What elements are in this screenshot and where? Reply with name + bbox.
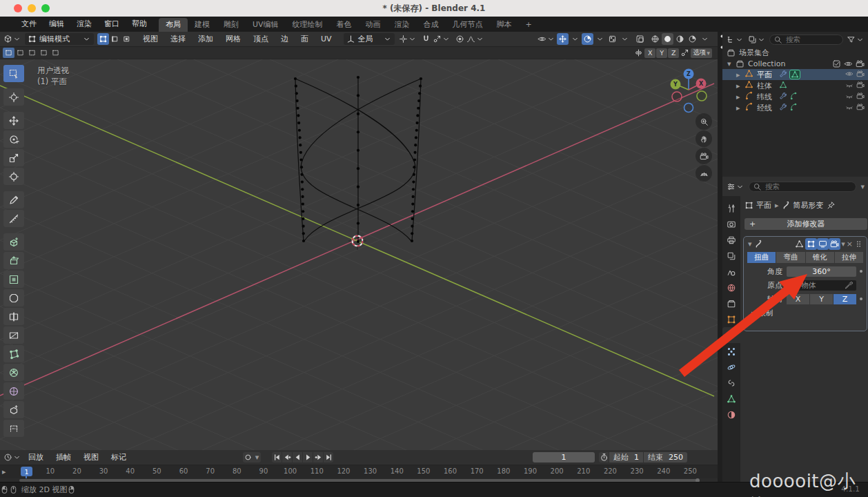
- tool-add-cube-button[interactable]: [3, 233, 24, 251]
- camera-icon[interactable]: [856, 70, 865, 80]
- jump-to-end-button[interactable]: [324, 452, 333, 462]
- properties-tab-constraints[interactable]: [722, 375, 740, 391]
- workspace-tab-0[interactable]: 布局: [159, 18, 188, 32]
- topbar-menu-0[interactable]: 文件: [15, 17, 43, 32]
- properties-tab-physics[interactable]: [722, 359, 740, 375]
- topbar-menu-1[interactable]: 编辑: [43, 17, 70, 32]
- expand-caret-icon[interactable]: ▸: [736, 81, 743, 90]
- modifier-extras-dropdown[interactable]: ▾: [841, 240, 845, 248]
- select-extend-button[interactable]: [14, 48, 26, 58]
- workspace-tab-5[interactable]: 着色: [330, 18, 359, 32]
- proportional-falloff-dropdown[interactable]: [466, 33, 485, 45]
- show-object-types-dropdown[interactable]: [537, 33, 556, 45]
- tool-select-box-button[interactable]: [3, 65, 24, 82]
- deform-tab-0[interactable]: 扭曲: [747, 252, 776, 263]
- chevron-down-icon[interactable]: ▾: [860, 182, 865, 191]
- axis-y-button[interactable]: Y: [810, 294, 833, 304]
- pan-view-button[interactable]: [696, 130, 712, 147]
- xray-toggle-button[interactable]: [606, 33, 618, 45]
- select-invert-button[interactable]: [38, 48, 50, 58]
- properties-display-dropdown[interactable]: [726, 181, 745, 193]
- eye-icon[interactable]: [845, 70, 854, 80]
- properties-search[interactable]: [749, 182, 856, 192]
- workspace-tab-9[interactable]: 几何节点: [446, 18, 490, 32]
- object-name[interactable]: 平面: [755, 70, 772, 80]
- viewport-3d[interactable]: XYZ 选项▾ 用户透视 (1) 平面 ZYX: [0, 47, 718, 450]
- transform-orientation-dropdown[interactable]: 全局: [344, 33, 395, 45]
- tool-inset-button[interactable]: [3, 271, 24, 288]
- outliner-row-scene-collection[interactable]: 场景集合: [722, 47, 868, 58]
- animate-dot-icon[interactable]: [860, 270, 862, 273]
- shading-rendered-button[interactable]: [687, 33, 698, 45]
- shading-dropdown[interactable]: [699, 33, 711, 45]
- snap-settings-dropdown[interactable]: [432, 33, 451, 45]
- mirror-axis-y-button[interactable]: Y: [656, 48, 667, 58]
- workspace-tab-4[interactable]: 纹理绘制: [286, 18, 330, 32]
- timeline-menu-2[interactable]: 视图: [77, 450, 105, 465]
- tool-bevel-button[interactable]: [3, 289, 24, 306]
- add-modifier-button[interactable]: + 添加修改器: [744, 218, 867, 230]
- outliner-row-collection[interactable]: ▾ Collection: [722, 58, 868, 69]
- viewport-menu-5[interactable]: 边: [275, 32, 295, 47]
- shading-solid-button[interactable]: [662, 33, 673, 45]
- zoom-view-button[interactable]: [696, 113, 712, 130]
- outliner-filter-button[interactable]: [846, 34, 865, 46]
- expand-caret-icon[interactable]: ▸: [736, 104, 743, 113]
- viewport-menu-6[interactable]: 面: [295, 32, 315, 47]
- tool-rip-button[interactable]: [3, 420, 24, 437]
- tool-poly-build-button[interactable]: [3, 345, 24, 362]
- overlays-dropdown[interactable]: [594, 33, 606, 45]
- properties-tab-modifier[interactable]: [722, 327, 740, 343]
- display-edit-mode-button[interactable]: [805, 238, 817, 250]
- play-button[interactable]: [303, 452, 313, 462]
- viewport-menu-1[interactable]: 选择: [164, 32, 192, 47]
- display-render-button[interactable]: [829, 238, 840, 250]
- playhead[interactable]: 1: [21, 467, 32, 476]
- origin-object-field[interactable]: 物体: [787, 280, 856, 291]
- angle-field[interactable]: 360°: [787, 266, 856, 277]
- tool-spin-button[interactable]: [3, 364, 24, 381]
- expand-caret-icon[interactable]: ▸: [736, 92, 743, 101]
- workspace-tab-6[interactable]: 动画: [359, 18, 388, 32]
- workspace-tab-1[interactable]: 建模: [188, 18, 217, 32]
- pivot-point-dropdown[interactable]: [398, 33, 417, 45]
- tool-cursor-button[interactable]: [3, 88, 24, 106]
- display-realtime-button[interactable]: [817, 238, 829, 250]
- jump-to-start-button[interactable]: [272, 452, 282, 462]
- outliner-filter-mode-dropdown[interactable]: [747, 34, 767, 46]
- properties-search-input[interactable]: [764, 182, 812, 191]
- properties-tab-view-layer[interactable]: [722, 248, 740, 264]
- topbar-menu-4[interactable]: 帮助: [126, 17, 153, 32]
- outliner-row-1[interactable]: ▸柱体: [722, 80, 868, 91]
- auto-keyframe-button[interactable]: [243, 452, 253, 462]
- tool-edge-slide-button[interactable]: [3, 401, 24, 418]
- properties-tab-material[interactable]: [722, 407, 740, 422]
- options-dropdown[interactable]: 选项▾: [691, 48, 712, 58]
- add-workspace-button[interactable]: +: [519, 18, 539, 32]
- select-mode-face-button[interactable]: [121, 33, 132, 45]
- topbar-menu-3[interactable]: 窗口: [98, 17, 126, 32]
- snap-toggle-button[interactable]: [420, 33, 432, 45]
- play-reverse-button[interactable]: [293, 452, 302, 462]
- delete-modifier-button[interactable]: ×: [847, 240, 853, 248]
- tool-knife-button[interactable]: [3, 327, 24, 344]
- tool-annotate-button[interactable]: [3, 191, 24, 208]
- prev-keyframe-button[interactable]: [282, 452, 292, 462]
- select-mode-edge-button[interactable]: [109, 33, 121, 45]
- expand-caret-icon[interactable]: ▾: [727, 59, 734, 68]
- viewport-menu-0[interactable]: 视图: [137, 32, 164, 47]
- workspace-tab-10[interactable]: 脚本: [490, 18, 519, 32]
- camera-icon[interactable]: [856, 81, 865, 91]
- properties-tab-object[interactable]: [722, 311, 740, 327]
- frame-end-field[interactable]: 结束250: [644, 452, 687, 462]
- timeline-ruler[interactable]: ▸ 1 102030405060708090100110120130140150…: [0, 465, 718, 478]
- editor-type-3d-viewport-button[interactable]: [3, 33, 22, 45]
- overlays-toggle-button[interactable]: [582, 33, 593, 45]
- properties-tab-world[interactable]: [722, 280, 740, 295]
- mode-dropdown[interactable]: 编辑模式: [25, 33, 94, 45]
- workspace-tab-3[interactable]: UV编辑: [246, 18, 286, 32]
- shading-wireframe-button[interactable]: [649, 33, 661, 45]
- tool-scale-button[interactable]: [3, 149, 24, 166]
- object-name[interactable]: 经线: [755, 103, 772, 113]
- object-name[interactable]: 纬线: [755, 92, 772, 102]
